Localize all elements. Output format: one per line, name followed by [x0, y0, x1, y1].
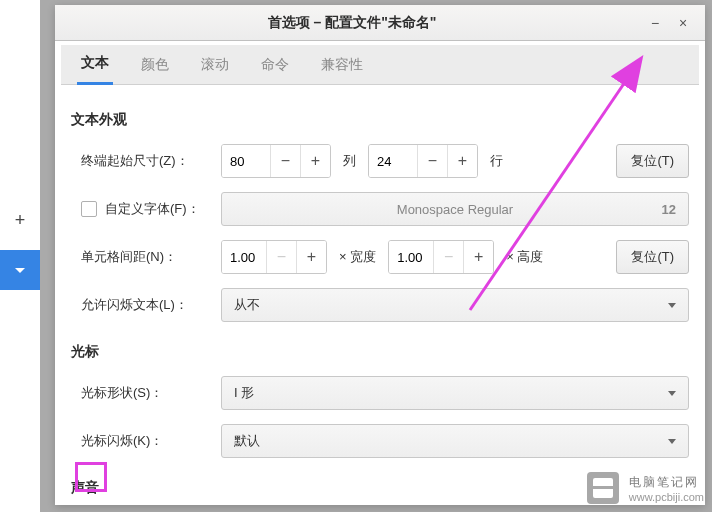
- rows-minus[interactable]: −: [417, 145, 447, 177]
- font-name: Monospace Regular: [397, 202, 513, 217]
- rows-plus[interactable]: +: [447, 145, 477, 177]
- label-custom-font: 自定义字体(F)：: [105, 200, 200, 218]
- cols-unit: 列: [343, 152, 356, 170]
- width-scale-input[interactable]: [222, 241, 266, 273]
- row-cursor-blink: 光标闪烁(K)： 默认: [71, 423, 689, 459]
- height-unit: × 高度: [506, 248, 543, 266]
- titlebar: 首选项 – 配置文件"未命名" − ×: [55, 5, 705, 41]
- height-scale-minus: −: [433, 241, 463, 273]
- row-cell-spacing: 单元格间距(N)： − + × 宽度 − + × 高度 复位(T): [71, 239, 689, 275]
- watermark-icon: [587, 472, 619, 504]
- rows-input[interactable]: [369, 145, 417, 177]
- section-cursor: 光标: [71, 343, 689, 361]
- preferences-window: 首选项 – 配置文件"未命名" − × 文本 颜色 滚动 命令 兼容性 文本外观…: [55, 5, 705, 505]
- watermark: 电脑笔记网 www.pcbiji.com: [587, 472, 704, 504]
- label-allow-blink: 允许闪烁文本(L)：: [71, 296, 221, 314]
- tab-command[interactable]: 命令: [257, 46, 293, 84]
- cols-spinbox: − +: [221, 144, 331, 178]
- cols-plus[interactable]: +: [300, 145, 330, 177]
- height-scale-input[interactable]: [389, 241, 433, 273]
- tab-text[interactable]: 文本: [77, 44, 113, 85]
- section-appearance: 文本外观: [71, 111, 689, 129]
- watermark-url: www.pcbiji.com: [629, 491, 704, 503]
- reset-spacing-button[interactable]: 复位(T): [616, 240, 689, 274]
- watermark-text-cn: 电脑笔记网: [629, 474, 704, 491]
- blink-mode-combo[interactable]: 从不: [221, 288, 689, 322]
- width-scale-spinbox: − +: [221, 240, 327, 274]
- cols-minus[interactable]: −: [270, 145, 300, 177]
- reset-size-button[interactable]: 复位(T): [616, 144, 689, 178]
- row-cursor-shape: 光标形状(S)： I 形: [71, 375, 689, 411]
- tab-color[interactable]: 颜色: [137, 46, 173, 84]
- row-initial-size: 终端起始尺寸(Z)： − + 列 − + 行 复位(T): [71, 143, 689, 179]
- rows-spinbox: − +: [368, 144, 478, 178]
- sidebar-add-button[interactable]: +: [0, 200, 40, 240]
- row-custom-font: 自定义字体(F)： Monospace Regular 12: [71, 191, 689, 227]
- cursor-shape-combo[interactable]: I 形: [221, 376, 689, 410]
- row-allow-blink: 允许闪烁文本(L)： 从不: [71, 287, 689, 323]
- label-cell-spacing: 单元格间距(N)：: [71, 248, 221, 266]
- minimize-button[interactable]: −: [641, 9, 669, 37]
- width-unit: × 宽度: [339, 248, 376, 266]
- label-initial-size: 终端起始尺寸(Z)：: [71, 152, 221, 170]
- window-title: 首选项 – 配置文件"未命名": [63, 14, 641, 32]
- custom-font-checkbox[interactable]: [81, 201, 97, 217]
- rows-unit: 行: [490, 152, 503, 170]
- tab-compat[interactable]: 兼容性: [317, 46, 367, 84]
- label-cursor-blink: 光标闪烁(K)：: [71, 432, 221, 450]
- cursor-blink-combo[interactable]: 默认: [221, 424, 689, 458]
- tab-scroll[interactable]: 滚动: [197, 46, 233, 84]
- sidebar-active-item[interactable]: [0, 250, 40, 290]
- font-size: 12: [662, 202, 676, 217]
- cols-input[interactable]: [222, 145, 270, 177]
- content-pane: 文本外观 终端起始尺寸(Z)： − + 列 − + 行 复位(T): [55, 85, 705, 505]
- close-button[interactable]: ×: [669, 9, 697, 37]
- width-scale-minus: −: [266, 241, 296, 273]
- height-scale-plus[interactable]: +: [463, 241, 493, 273]
- width-scale-plus[interactable]: +: [296, 241, 326, 273]
- label-cursor-shape: 光标形状(S)：: [71, 384, 221, 402]
- app-sidebar: +: [0, 0, 40, 512]
- font-chooser-button[interactable]: Monospace Regular 12: [221, 192, 689, 226]
- height-scale-spinbox: − +: [388, 240, 494, 274]
- tab-bar: 文本 颜色 滚动 命令 兼容性: [61, 45, 699, 85]
